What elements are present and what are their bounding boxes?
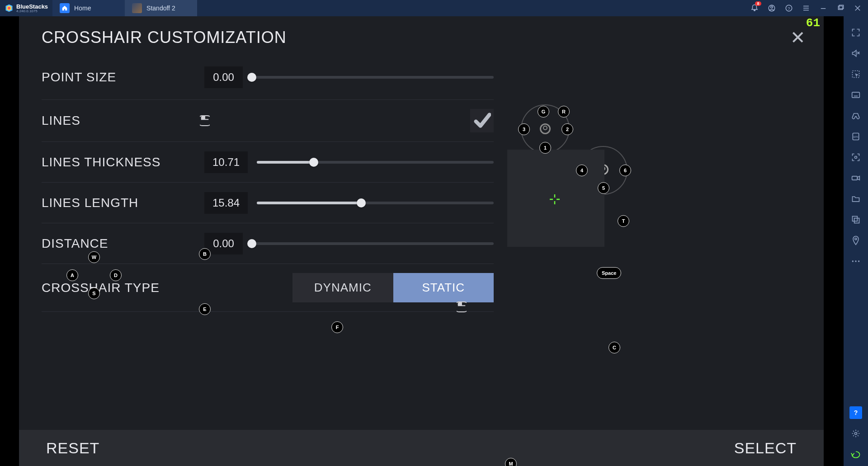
bluestacks-icon [5, 4, 14, 13]
close-panel-button[interactable]: ✕ [790, 27, 806, 48]
svg-point-18 [858, 260, 859, 262]
fullscreen-icon[interactable] [849, 26, 862, 39]
content: POINT SIZE 0.00 LINES [42, 59, 806, 430]
svg-rect-14 [854, 218, 859, 223]
type-static[interactable]: STATIC [393, 273, 494, 302]
svg-rect-13 [853, 217, 858, 221]
key-e: E [199, 303, 211, 315]
panel-title: CROSSHAIR CUSTOMIZATION [42, 28, 287, 47]
game-panel: CROSSHAIR CUSTOMIZATION ✕ POINT SIZE 0.0… [19, 16, 824, 466]
svg-point-15 [855, 238, 857, 240]
tab-game-label: Standoff 2 [146, 5, 175, 12]
value-distance[interactable]: 0.00 [204, 233, 243, 254]
emulator-logo: BlueStacks 4.240.0.1075 [0, 4, 52, 13]
key-t: T [618, 215, 629, 227]
emulator-version: 4.240.0.1075 [16, 9, 48, 13]
home-icon [60, 3, 70, 13]
type-dynamic[interactable]: DYNAMIC [292, 273, 393, 302]
svg-text:APK: APK [853, 136, 859, 138]
reset-button[interactable]: RESET [46, 439, 99, 457]
key-g: G [538, 106, 549, 118]
slider-point-size[interactable] [252, 76, 494, 79]
key-6: 6 [619, 165, 631, 176]
close-window-button[interactable] [852, 2, 863, 14]
help-button[interactable]: ? [783, 2, 795, 14]
value-thickness[interactable]: 10.71 [204, 151, 248, 173]
menu-button[interactable] [800, 2, 812, 14]
svg-point-19 [855, 433, 857, 435]
select-button[interactable]: SELECT [734, 439, 797, 457]
screenshot-icon[interactable] [849, 151, 862, 164]
key-5: 5 [598, 182, 609, 194]
fps-counter: 61 [806, 16, 820, 30]
record-icon[interactable] [849, 172, 862, 184]
label-type: CROSSHAIR TYPE [42, 281, 204, 295]
key-1: 1 [539, 142, 551, 154]
app-area: 61 CROSSHAIR CUSTOMIZATION ✕ POINT SIZE … [0, 16, 844, 466]
location-icon[interactable] [849, 234, 862, 247]
footer: RESET M SELECT [19, 430, 824, 466]
svg-point-16 [852, 260, 854, 262]
tabs: Home Standoff 2 [52, 0, 197, 16]
maximize-button[interactable] [835, 2, 846, 14]
row-lines: LINES [42, 100, 494, 142]
svg-point-2 [771, 6, 773, 9]
settings-icon[interactable] [849, 427, 862, 440]
more-icon[interactable] [849, 255, 862, 268]
game-icon [132, 3, 142, 13]
slider-thickness[interactable] [257, 161, 494, 164]
titlebar-right: 8 ? [749, 2, 868, 14]
volume-mute-icon[interactable] [849, 47, 862, 60]
help-icon[interactable]: ? [849, 406, 862, 419]
sidebar: APK ? [844, 16, 868, 466]
key-s: S [88, 287, 100, 299]
folder-icon[interactable] [849, 193, 862, 205]
apk-icon[interactable]: APK [849, 130, 862, 143]
back-icon[interactable] [849, 448, 862, 461]
svg-text:?: ? [788, 6, 790, 11]
svg-rect-12 [852, 176, 858, 180]
tab-home-label: Home [74, 5, 91, 12]
key-4: 4 [576, 165, 588, 176]
multiinstance-icon[interactable] [849, 213, 862, 226]
crosshair-icon [550, 194, 560, 204]
value-length[interactable]: 15.84 [204, 192, 248, 214]
row-length: LINES LENGTH 15.84 [42, 183, 494, 223]
notifications-button[interactable]: 8 [749, 2, 760, 14]
titlebar: BlueStacks 4.240.0.1075 Home Standoff 2 … [0, 0, 868, 16]
keyboard-icon[interactable] [849, 89, 862, 101]
row-point-size: POINT SIZE 0.00 [42, 59, 494, 100]
label-thickness: LINES THICKNESS [42, 155, 204, 169]
svg-point-0 [8, 7, 10, 9]
emulator-name: BlueStacks [16, 4, 48, 9]
key-d: D [110, 269, 122, 281]
key-b: B [199, 248, 211, 260]
svg-point-11 [855, 156, 857, 159]
slider-distance[interactable] [252, 242, 494, 245]
preview-column: G R 3 2 1 4 6 5 T Space C [507, 59, 656, 430]
key-r: R [558, 106, 570, 118]
lines-checkbox[interactable] [470, 109, 494, 132]
value-point-size[interactable]: 0.00 [204, 66, 243, 88]
panel-header: CROSSHAIR CUSTOMIZATION ✕ [19, 16, 824, 52]
tab-home[interactable]: Home [52, 0, 125, 16]
slider-length[interactable] [257, 202, 494, 204]
svg-point-17 [855, 260, 856, 262]
label-point-size: POINT SIZE [42, 70, 204, 85]
key-3: 3 [518, 123, 530, 135]
row-distance: DISTANCE 0.00 [42, 223, 494, 264]
key-c: C [609, 342, 620, 353]
minimize-button[interactable] [817, 2, 829, 14]
settings-column: POINT SIZE 0.00 LINES [42, 59, 494, 430]
account-button[interactable] [766, 2, 778, 14]
tab-game[interactable]: Standoff 2 [125, 0, 197, 16]
label-length: LINES LENGTH [42, 196, 204, 210]
selection-icon[interactable] [849, 68, 862, 80]
key-m: M [505, 458, 517, 466]
mouse-icon [200, 114, 210, 127]
label-distance: DISTANCE [42, 236, 204, 251]
label-lines: LINES [42, 113, 204, 128]
key-space: Space [597, 267, 621, 279]
key-f: F [331, 321, 343, 333]
gamepad-icon[interactable] [849, 109, 862, 122]
